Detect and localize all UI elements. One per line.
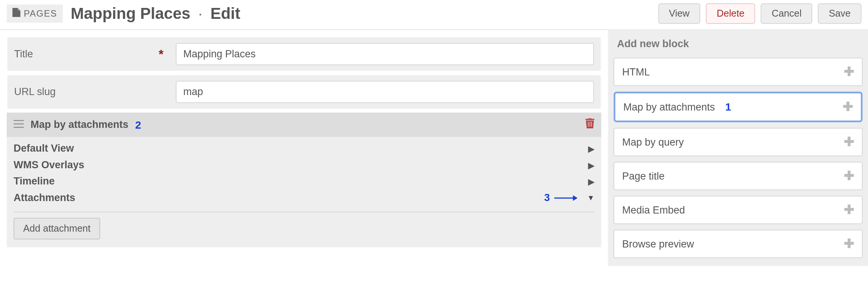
- block-subrows: Default View ▶ WMS Overlays ▶ Timeline ▶…: [7, 137, 601, 206]
- block-item-browse-preview[interactable]: Browse preview ✚: [614, 230, 863, 258]
- action-buttons: View Delete Cancel Save: [658, 3, 861, 24]
- row-label: Attachments: [14, 192, 75, 204]
- block-item-label: Media Embed: [622, 204, 685, 216]
- caret-right-icon: ▶: [588, 144, 595, 153]
- block-item-label: Page title: [622, 170, 665, 182]
- field-label-slug: URL slug: [14, 86, 167, 98]
- save-button[interactable]: Save: [818, 3, 861, 24]
- block-map-by-attachments: Map by attachments 2 Default View ▶ WMS …: [7, 113, 601, 247]
- title-separator: ·: [198, 5, 203, 22]
- plus-icon: ✚: [844, 203, 854, 217]
- field-label-title: Title *: [14, 47, 167, 61]
- block-item-label: Map by query: [622, 136, 684, 148]
- main: Title * URL slug Map by attachments 2: [0, 30, 868, 266]
- row-attachments[interactable]: Attachments 3 ▼: [14, 190, 595, 206]
- topbar: PAGES Mapping Places · Edit View Delete …: [0, 0, 868, 30]
- plus-icon: ✚: [844, 237, 854, 251]
- title-input[interactable]: [176, 43, 594, 65]
- field-label-text: Title: [14, 48, 33, 60]
- annotation-1: 1: [725, 101, 731, 113]
- slug-input[interactable]: [176, 81, 594, 103]
- block-item-label: HTML: [622, 66, 650, 78]
- block-title: Map by attachments: [31, 119, 129, 131]
- row-label: Default View: [14, 143, 74, 155]
- block-item-html[interactable]: HTML ✚: [614, 58, 863, 86]
- row-default-view[interactable]: Default View ▶: [14, 140, 595, 157]
- block-item-label: Map by attachments: [623, 101, 715, 113]
- row-timeline[interactable]: Timeline ▶: [14, 173, 595, 190]
- breadcrumb-pages[interactable]: PAGES: [7, 5, 63, 23]
- page-title: Mapping Places · Edit: [71, 5, 240, 23]
- field-row-slug: URL slug: [7, 75, 601, 109]
- cancel-button[interactable]: Cancel: [761, 3, 812, 24]
- row-label: WMS Overlays: [14, 159, 84, 171]
- divider: [14, 212, 595, 212]
- block-item-page-title[interactable]: Page title ✚: [614, 162, 863, 190]
- delete-button[interactable]: Delete: [706, 3, 755, 24]
- block-list: HTML ✚ Map by attachments 1 ✚ Map by que…: [608, 58, 868, 266]
- plus-icon: ✚: [843, 100, 853, 114]
- trash-icon[interactable]: [586, 118, 595, 132]
- caret-down-icon: ▼: [587, 194, 594, 202]
- form-column: Title * URL slug Map by attachments 2: [0, 30, 608, 254]
- caret-right-icon: ▶: [588, 177, 595, 186]
- block-item-map-by-query[interactable]: Map by query ✚: [614, 128, 863, 156]
- block-item-media-embed[interactable]: Media Embed ✚: [614, 196, 863, 224]
- drag-handle-icon[interactable]: [14, 119, 24, 131]
- plus-icon: ✚: [844, 169, 854, 183]
- breadcrumb-label: PAGES: [24, 9, 57, 19]
- annotation-3: 3: [544, 192, 550, 204]
- sidebar-header: Add new block: [608, 30, 868, 58]
- file-icon: [12, 8, 24, 19]
- plus-icon: ✚: [844, 135, 854, 149]
- required-star-icon: *: [159, 47, 164, 61]
- annotation-3-arrow: 3 ▼: [544, 192, 594, 204]
- sidebar: Add new block HTML ✚ Map by attachments …: [608, 30, 868, 266]
- block-item-label: Browse preview: [622, 238, 694, 250]
- add-attachment-button[interactable]: Add attachment: [14, 218, 100, 240]
- block-header: Map by attachments 2: [7, 113, 601, 137]
- plus-icon: ✚: [844, 65, 854, 79]
- view-button[interactable]: View: [658, 3, 700, 24]
- block-item-map-by-attachments[interactable]: Map by attachments 1 ✚: [614, 92, 863, 122]
- caret-right-icon: ▶: [588, 160, 595, 169]
- row-label: Timeline: [14, 175, 55, 187]
- annotation-2: 2: [135, 118, 141, 131]
- page-title-text: Mapping Places: [71, 5, 190, 22]
- svg-rect-1: [588, 118, 592, 120]
- page-mode: Edit: [210, 5, 240, 22]
- row-wms-overlays[interactable]: WMS Overlays ▶: [14, 157, 595, 174]
- field-row-title: Title *: [7, 37, 601, 72]
- field-label-text: URL slug: [14, 86, 56, 98]
- arrow-icon: [554, 197, 577, 198]
